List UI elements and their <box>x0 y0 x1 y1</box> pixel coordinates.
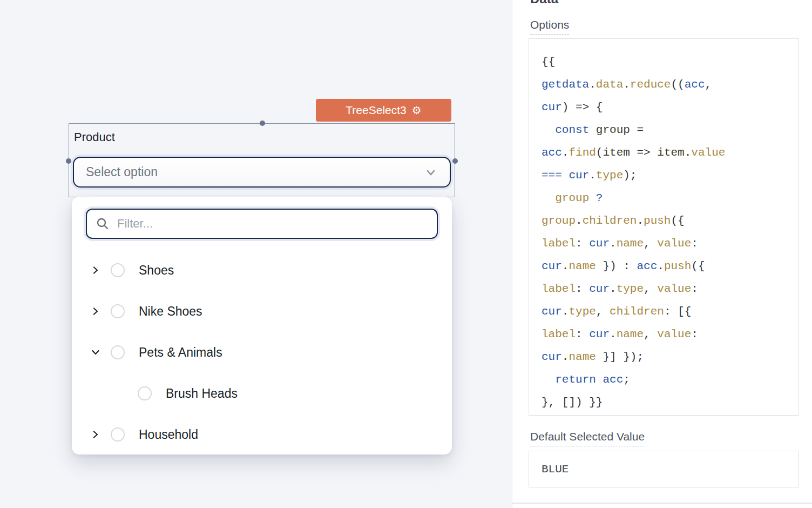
code-line: cur.type, children: [{ <box>542 300 799 323</box>
code-line: cur.name }) : acc.push({ <box>542 255 799 278</box>
default-selected-value-field[interactable] <box>529 451 799 487</box>
filter-field[interactable] <box>86 209 438 239</box>
tree-option-label: Household <box>139 427 198 442</box>
code-line: getdata.data.reduce((acc, <box>542 73 799 96</box>
code-line: acc.find(item => item.value <box>542 142 799 164</box>
chevron-down-icon <box>424 165 438 179</box>
options-code-editor[interactable]: {{getdata.data.reduce((acc,cur) => { con… <box>529 38 799 416</box>
gear-icon[interactable]: ⚙ <box>412 105 422 116</box>
app-builder-screen: TreeSelect3 ⚙ Product Select option <box>0 0 812 508</box>
chevron-down-icon[interactable] <box>90 347 101 358</box>
code-line: label: cur.name, value: <box>542 323 799 346</box>
tree-option-label: Brush Heads <box>166 386 238 401</box>
editor-canvas[interactable]: TreeSelect3 ⚙ Product Select option <box>0 0 512 508</box>
tree-option-label: Nike Shoes <box>139 304 202 319</box>
tree-option-label: Pets & Animals <box>139 345 222 360</box>
code-line: label: cur.name, value: <box>542 232 799 255</box>
widget-name-badge[interactable]: TreeSelect3 ⚙ <box>316 99 451 122</box>
code-line: const group = <box>542 119 799 142</box>
radio-button[interactable] <box>138 386 152 400</box>
tree-option-row[interactable]: Household <box>72 414 452 455</box>
resize-handle-left[interactable] <box>66 158 71 164</box>
tree-option-label: Shoes <box>139 263 174 278</box>
tree-select-label: Product <box>74 130 115 144</box>
code-line: group.children.push({ <box>542 210 799 232</box>
options-property-label: Options <box>530 18 569 35</box>
radio-button[interactable] <box>111 345 125 359</box>
code-line: === cur.type); <box>542 164 799 187</box>
filter-input[interactable] <box>117 217 428 231</box>
code-line: cur) => { <box>542 96 799 119</box>
tree-option-row[interactable]: Shoes <box>72 250 452 291</box>
widget-name-label: TreeSelect3 <box>346 104 406 117</box>
radio-button[interactable] <box>111 263 125 277</box>
tree-select-trigger[interactable]: Select option <box>73 157 451 188</box>
code-line: }, []) }} <box>542 391 799 414</box>
resize-handle-right[interactable] <box>452 158 458 164</box>
tree-option-row[interactable]: Nike Shoes <box>72 291 452 332</box>
code-line: cur.name }] }); <box>542 346 799 369</box>
tree-select-dropdown: Shoes Nike Shoes Pets & Animals Brush He… <box>72 197 452 454</box>
section-title-data: Data <box>530 0 558 6</box>
code-line: label: cur.type, value: <box>542 278 799 300</box>
code-line: group ? <box>542 187 799 210</box>
panel-section-divider <box>512 503 812 504</box>
radio-button[interactable] <box>111 427 125 442</box>
tree-option-list: Shoes Nike Shoes Pets & Animals Brush He… <box>72 250 452 455</box>
tree-option-row[interactable]: Brush Heads <box>72 373 452 414</box>
tree-option-row[interactable]: Pets & Animals <box>72 332 452 373</box>
resize-handle-top[interactable] <box>260 121 265 126</box>
default-selected-value-label: Default Selected Value <box>530 430 645 446</box>
code-line: {{ <box>542 51 799 73</box>
properties-panel: Data Options {{getdata.data.reduce((acc,… <box>512 0 812 508</box>
default-selected-value-input[interactable] <box>542 463 799 476</box>
select-placeholder: Select option <box>86 165 424 179</box>
chevron-right-icon[interactable] <box>90 306 101 317</box>
chevron-right-icon[interactable] <box>90 429 101 440</box>
search-icon <box>96 217 110 231</box>
radio-button[interactable] <box>111 304 125 318</box>
code-line: return acc; <box>542 369 799 391</box>
chevron-right-icon[interactable] <box>90 265 101 276</box>
